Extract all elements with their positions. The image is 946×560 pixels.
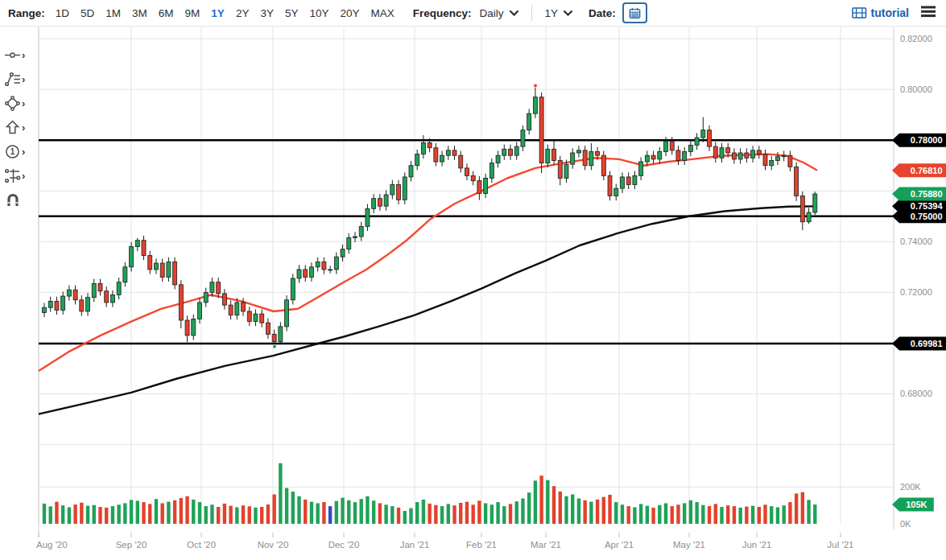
- trend-line-tool[interactable]: ›: [4, 43, 25, 67]
- measure-tool-icon: [4, 167, 21, 184]
- range-option-2y[interactable]: 2Y: [230, 6, 255, 21]
- candle-body: [260, 314, 264, 323]
- date-picker-button[interactable]: [622, 2, 647, 23]
- range-option-1d[interactable]: 1D: [50, 6, 75, 21]
- range-option-9m[interactable]: 9M: [180, 6, 206, 21]
- range-option-5y[interactable]: 5Y: [279, 6, 304, 21]
- volume-bar: [801, 492, 804, 524]
- candle-body: [720, 148, 724, 159]
- volume-bar: [316, 503, 319, 524]
- annotation-tool[interactable]: ›: [4, 67, 25, 91]
- range-option-1m[interactable]: 1M: [100, 6, 126, 21]
- magnet-tool-icon: [4, 191, 22, 208]
- shapes-tool[interactable]: ›: [4, 91, 25, 115]
- candle-body: [222, 294, 226, 305]
- candle-body: [670, 142, 674, 150]
- volume-bar: [626, 506, 630, 524]
- volume-bar: [428, 504, 431, 524]
- volume-bar: [751, 506, 754, 524]
- candle-body: [713, 146, 717, 158]
- price-badges: 0.780000.750000.753940.699810.768100.758…: [892, 134, 946, 512]
- price-badge-0.69981-text: 0.69981: [911, 339, 943, 348]
- volume-bar: [185, 496, 188, 524]
- volume-bar: [782, 505, 785, 524]
- chevron-right-icon: ›: [22, 74, 25, 84]
- candle-body: [757, 150, 761, 154]
- candle-body: [154, 263, 158, 270]
- candle-body: [247, 311, 251, 322]
- frequency-dropdown[interactable]: Daily: [477, 6, 522, 21]
- volume-bar: [539, 476, 543, 524]
- volume-bar: [148, 504, 151, 524]
- volume-bar: [180, 498, 183, 524]
- chevron-right-icon: ›: [22, 171, 25, 181]
- volume-bar: [130, 500, 133, 524]
- volume-bar: [86, 506, 89, 524]
- range-option-3m[interactable]: 3M: [126, 6, 153, 21]
- volume-bar: [254, 508, 257, 524]
- y-axis-label: 0.74000: [900, 237, 932, 246]
- volume-bar: [720, 507, 723, 524]
- candle-body: [92, 283, 96, 297]
- arrow-tool[interactable]: ›: [4, 115, 25, 139]
- magnet-tool[interactable]: [4, 187, 25, 212]
- volume-bar: [695, 502, 698, 524]
- volume-bar: [347, 500, 350, 524]
- candle-body: [390, 184, 395, 195]
- x-axis-label: Nov '20: [258, 540, 289, 550]
- candle-body: [316, 262, 320, 267]
- menu-button[interactable]: [919, 4, 938, 22]
- candle-body: [254, 314, 258, 321]
- volume-bar: [73, 504, 76, 524]
- range-option-6m[interactable]: 6M: [153, 6, 180, 21]
- toolbar-right: tutorial: [852, 4, 946, 22]
- range-option-20y[interactable]: 20Y: [334, 6, 365, 21]
- candle-body: [676, 150, 680, 161]
- volume-bar: [136, 500, 139, 524]
- volume-bar: [502, 506, 506, 524]
- measure-tool[interactable]: ›: [4, 163, 25, 187]
- candle-body: [403, 177, 407, 200]
- range-option-5d[interactable]: 5D: [75, 6, 100, 21]
- candle-body: [135, 241, 139, 247]
- candle-body: [167, 262, 171, 278]
- candle-body: [533, 97, 537, 113]
- volume-bar: [49, 506, 52, 524]
- volume-layer[interactable]: [43, 463, 817, 524]
- candle-body: [502, 149, 506, 155]
- volume-bar: [602, 497, 605, 524]
- chevron-down-icon: [564, 10, 572, 16]
- candle-body: [708, 130, 712, 146]
- x-axis-label: May '21: [673, 540, 705, 550]
- range-option-1y[interactable]: 1Y: [205, 6, 230, 21]
- volume-bar: [788, 502, 791, 524]
- x-axis-label: Oct '20: [187, 540, 216, 550]
- volume-bar: [98, 507, 101, 524]
- candle-body: [459, 155, 463, 168]
- zoom-period-dropdown[interactable]: 1Y: [542, 6, 576, 21]
- price-chart[interactable]: 0.820000.800000.740000.720000.68000200K0…: [0, 0, 946, 560]
- candle-body: [583, 150, 587, 166]
- volume-bar: [43, 504, 46, 524]
- drawing-toolbar: › › › › 1 ›: [4, 43, 25, 212]
- candle-body: [514, 146, 518, 155]
- volume-bar: [515, 501, 518, 524]
- volume-bar: [614, 502, 618, 524]
- volume-bar: [160, 503, 163, 524]
- range-option-10y[interactable]: 10Y: [304, 6, 334, 21]
- candle-body: [73, 290, 77, 300]
- tutorial-label: tutorial: [871, 6, 909, 19]
- tutorial-link[interactable]: tutorial: [852, 6, 909, 19]
- volume-bar: [546, 480, 549, 524]
- frequency-value: Daily: [480, 7, 504, 19]
- range-option-3y[interactable]: 3Y: [254, 6, 279, 21]
- range-option-max[interactable]: MAX: [365, 6, 399, 21]
- candle-body: [328, 270, 333, 270]
- candle-body: [695, 138, 699, 145]
- number-marker-tool[interactable]: 1 ›: [4, 139, 25, 163]
- volume-bar: [310, 502, 313, 524]
- candle-body: [496, 155, 500, 163]
- volume-bar: [509, 504, 512, 524]
- volume-bar: [559, 492, 562, 524]
- candle-body: [440, 155, 444, 162]
